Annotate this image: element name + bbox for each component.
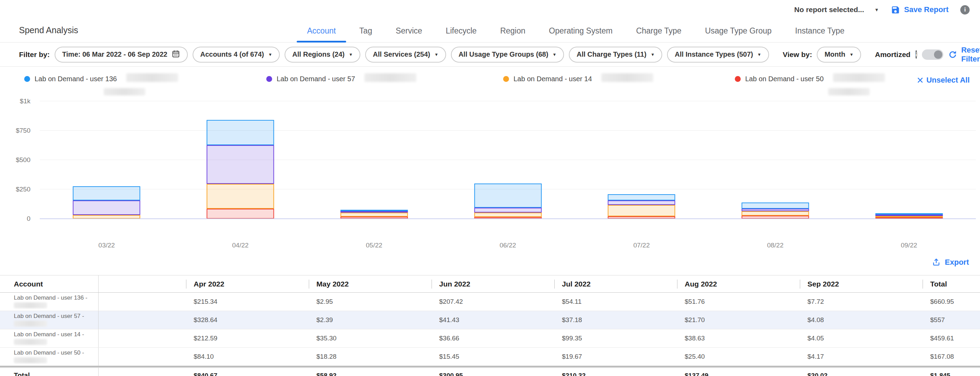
chevron-down-icon: ▼ xyxy=(757,52,762,57)
filter-pill-time-06-mar-2022-06-sep-2022[interactable]: Time: 06 Mar 2022 - 06 Sep 2022 xyxy=(55,47,188,63)
value-cell: $99.35 xyxy=(554,335,677,342)
bar-segment-lab-on-demand-user-14[interactable] xyxy=(608,205,675,217)
legend-label: Lab on Demand - user 14 xyxy=(514,75,592,83)
total-value-cell: $300.95 xyxy=(431,372,554,376)
legend-dot-icon xyxy=(735,76,741,82)
bar-segment-lab-on-demand-user-57[interactable] xyxy=(608,200,675,205)
filter-pill-label: All Charge Types (11) xyxy=(576,51,646,59)
legend-item-lab-on-demand-user-136[interactable]: Lab on Demand - user 136 xyxy=(24,75,178,83)
bar-segment-lab-on-demand-user-136[interactable] xyxy=(741,203,809,209)
toggle-knob xyxy=(934,51,942,59)
column-header-apr-2022[interactable]: Apr 2022 xyxy=(186,275,309,292)
account-name: Lab on Demand - user 136 - xyxy=(14,294,95,301)
bar-segment-lab-on-demand-user-136[interactable] xyxy=(207,120,274,145)
chart-column-09-22 xyxy=(842,101,976,219)
value-cell: $2.39 xyxy=(309,316,431,324)
reset-filters-button[interactable]: Reset Filters xyxy=(948,46,980,63)
bar-segment-lab-on-demand-user-14[interactable] xyxy=(207,184,274,209)
save-icon xyxy=(891,5,900,14)
account-name: Lab on Demand - user 14 - xyxy=(14,331,95,338)
filter-pill-all-regions-24[interactable]: All Regions (24)▼ xyxy=(285,47,360,63)
bar-segment-lab-on-demand-user-57[interactable] xyxy=(73,200,140,214)
bar-segment-lab-on-demand-user-136[interactable] xyxy=(474,184,541,208)
filter-by-label: Filter by: xyxy=(19,51,50,59)
x-axis-tick-label: 06/22 xyxy=(441,241,575,249)
report-selector-dropdown[interactable]: No report selected... ▼ xyxy=(794,6,879,14)
value-cell: $660.95 xyxy=(923,298,980,306)
spend-table: AccountApr 2022May 2022Jun 2022Jul 2022A… xyxy=(0,275,980,376)
tab-service[interactable]: Service xyxy=(393,26,425,42)
amortized-info-icon[interactable]: i xyxy=(915,50,917,59)
value-cell: $41.43 xyxy=(431,316,554,324)
filter-pill-all-services-254[interactable]: All Services (254)▼ xyxy=(365,47,446,63)
legend-item-lab-on-demand-user-50[interactable]: Lab on Demand - user 50 xyxy=(735,75,885,83)
tab-bar: AccountTagServiceLifecycleRegionOperatin… xyxy=(304,26,847,42)
bar-segment-lab-on-demand-user-136[interactable] xyxy=(608,194,675,200)
chart-column-04-22 xyxy=(173,101,307,219)
legend-dot-icon xyxy=(24,76,30,82)
x-axis-tick-label: 05/22 xyxy=(307,241,441,249)
filter-pill-label: Accounts 4 (of 674) xyxy=(200,51,264,59)
total-value-cell: $1,845 xyxy=(923,372,980,376)
unselect-all-label: Unselect All xyxy=(926,76,970,85)
y-axis-tick-label: $250 xyxy=(0,186,30,193)
legend-item-lab-on-demand-user-57[interactable]: Lab on Demand - user 57 xyxy=(266,75,416,83)
column-header-jun-2022[interactable]: Jun 2022 xyxy=(431,275,554,292)
tab-usage-type-group[interactable]: Usage Type Group xyxy=(702,26,775,42)
close-icon xyxy=(917,77,924,84)
export-row: Export xyxy=(0,249,980,275)
filter-pill-all-instance-types-507[interactable]: All Instance Types (507)▼ xyxy=(667,47,769,63)
unselect-all-button[interactable]: Unselect All xyxy=(917,76,970,85)
tab-lifecycle[interactable]: Lifecycle xyxy=(443,26,479,42)
tab-charge-type[interactable]: Charge Type xyxy=(633,26,684,42)
filter-pill-all-charge-types-11[interactable]: All Charge Types (11)▼ xyxy=(569,47,662,63)
tab-tag[interactable]: Tag xyxy=(356,26,375,42)
redacted-text xyxy=(104,88,145,95)
account-column-header[interactable]: Account xyxy=(0,275,99,292)
column-header-aug-2022[interactable]: Aug 2022 xyxy=(677,275,800,292)
view-by-pill[interactable]: Month▼ xyxy=(817,47,861,63)
info-icon[interactable]: i xyxy=(960,5,970,14)
value-cell: $51.76 xyxy=(677,298,800,306)
tab-region[interactable]: Region xyxy=(497,26,528,42)
bar-05-22 xyxy=(340,210,408,219)
tab-account[interactable]: Account xyxy=(304,26,339,42)
view-by-pill-slot: Month▼ xyxy=(817,47,861,63)
bar-segment-lab-on-demand-user-14[interactable] xyxy=(741,211,809,216)
bar-segment-lab-on-demand-user-57[interactable] xyxy=(207,145,274,184)
legend-item-lab-on-demand-user-14[interactable]: Lab on Demand - user 14 xyxy=(503,75,653,83)
filter-pill-accounts-4-of-674[interactable]: Accounts 4 (of 674)▼ xyxy=(192,47,280,63)
filter-pill-label: Month xyxy=(824,51,845,59)
total-value-cell: $20.02 xyxy=(800,372,923,376)
account-cell: Lab on Demand - user 136 - xyxy=(0,293,99,311)
amortized-toggle[interactable] xyxy=(922,49,943,60)
amortized-label: Amortized xyxy=(875,51,910,59)
filter-bar: Filter by: Time: 06 Mar 2022 - 06 Sep 20… xyxy=(0,43,980,67)
filter-pill-all-usage-type-groups-68[interactable]: All Usage Type Groups (68)▼ xyxy=(451,47,564,63)
column-header-sep-2022[interactable]: Sep 2022 xyxy=(800,275,923,292)
top-bar: No report selected... ▼ Save Report i xyxy=(0,0,980,19)
column-header-may-2022[interactable]: May 2022 xyxy=(309,275,431,292)
value-cell: $36.66 xyxy=(431,335,554,342)
bar-segment-lab-on-demand-user-136[interactable] xyxy=(73,186,140,200)
bar-segment-lab-on-demand-user-57[interactable] xyxy=(474,208,541,213)
chevron-down-icon: ▼ xyxy=(348,52,353,57)
bar-segment-lab-on-demand-user-50[interactable] xyxy=(207,209,274,219)
refresh-icon xyxy=(948,50,957,59)
save-report-button[interactable]: Save Report xyxy=(891,5,948,14)
bar-segment-lab-on-demand-user-14[interactable] xyxy=(340,213,408,217)
legend-label: Lab on Demand - user 50 xyxy=(745,75,824,83)
legend-label: Lab on Demand - user 57 xyxy=(277,75,355,83)
table-total-row: Total$840.67$58.92$300.95$210.32$137.49$… xyxy=(0,368,980,376)
bar-segment-lab-on-demand-user-57[interactable] xyxy=(741,209,809,211)
export-button[interactable]: Export xyxy=(932,258,969,267)
filter-pill-label: All Regions (24) xyxy=(292,51,344,59)
redacted-text xyxy=(14,357,47,363)
column-header-total[interactable]: Total xyxy=(923,275,980,292)
column-header-jul-2022[interactable]: Jul 2022 xyxy=(554,275,677,292)
tab-operating-system[interactable]: Operating System xyxy=(546,26,615,42)
chart-column-06-22 xyxy=(441,101,575,219)
value-cell: $4.17 xyxy=(800,353,923,360)
tab-instance-type[interactable]: Instance Type xyxy=(792,26,847,42)
bar-segment-lab-on-demand-user-14[interactable] xyxy=(474,213,541,217)
